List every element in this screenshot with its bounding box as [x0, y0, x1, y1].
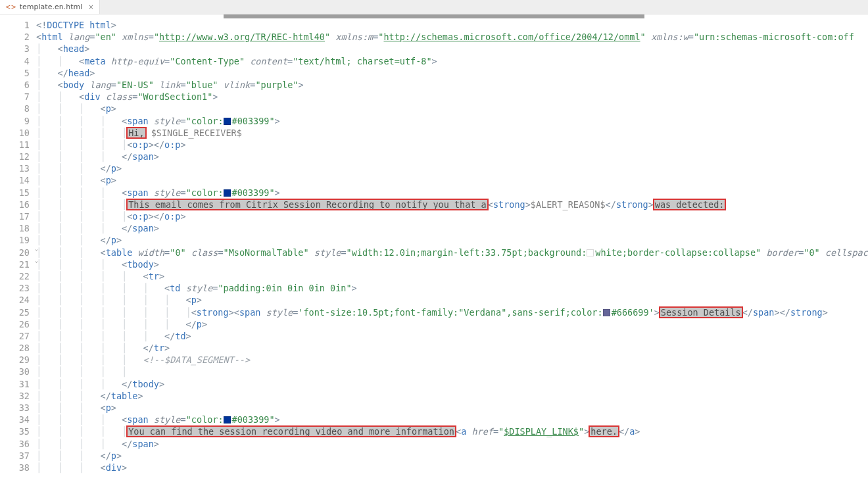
code-line[interactable]: │ │ │ │ <tbody>	[36, 258, 868, 270]
code-line[interactable]: │ │ │ │ │<o:p></o:p>	[36, 139, 868, 151]
html-file-icon: <>	[5, 3, 16, 11]
code-line[interactable]: │ <body lang="EN-US" link="blue" vlink="…	[36, 79, 868, 91]
code-line[interactable]: │ │ │ │ │ │ </td>	[36, 330, 868, 342]
code-line[interactable]: │ │ │ │ │<o:p></o:p>	[36, 210, 868, 222]
code-line[interactable]: │ │ │ │ │ </tr>	[36, 342, 868, 354]
line-number-gutter: 1234567891011121314151617181920212223242…	[0, 14, 36, 484]
code-line[interactable]: │ │ │ │ │ │ │ </p>	[36, 318, 868, 330]
code-line[interactable]: │ │ │ <table width="0" class="MsoNormalT…	[36, 247, 868, 258]
code-editor[interactable]: 1234567891011121314151617181920212223242…	[0, 14, 868, 484]
code-line[interactable]: │ │ │ │ │ │ │ │<strong><span style='font…	[36, 306, 868, 318]
file-tab[interactable]: <> template.en.html ×	[0, 0, 100, 14]
code-line[interactable]: │ │ │ │ <span style="color:#003399">	[36, 414, 868, 425]
highlight-email-intro: This email comes from Citrix Session Rec…	[127, 199, 488, 210]
code-line[interactable]: │ │ │ │ │You can find the session record…	[36, 425, 868, 437]
code-line[interactable]: │ │ │ │ │ <!--$DATA_SEGMENT-->	[36, 354, 868, 366]
code-line[interactable]: │ │ │ </p>	[36, 234, 868, 246]
code-line[interactable]: │ │ │ │ </span>	[36, 438, 868, 450]
code-line[interactable]: │ │ │ </p>	[36, 162, 868, 174]
code-line[interactable]: │ │ <meta http-equiv="Content-Type" cont…	[36, 55, 868, 67]
close-icon[interactable]: ×	[88, 3, 93, 11]
highlight-find-video: You can find the session recording video…	[127, 426, 456, 437]
code-line[interactable]: │ │ │ │ │ <tr>	[36, 270, 868, 282]
code-line[interactable]: │ │ │ <p>	[36, 402, 868, 414]
code-line[interactable]: │ │ │ │ </tbody>	[36, 378, 868, 390]
code-line[interactable]: │ │ │ │ </span>	[36, 222, 868, 234]
code-line[interactable]: │ │ │ │ │Hi, $SINGLE_RECEIVER$	[36, 127, 868, 139]
code-line[interactable]: │ │ <div class="WordSection1">	[36, 91, 868, 103]
code-line[interactable]: │ │ │ │ <span style="color:#003399">	[36, 187, 868, 199]
code-line[interactable]: <!DOCTYPE html>	[36, 19, 868, 31]
code-line[interactable]: │ │ │ │ <span style="color:#003399">	[36, 115, 868, 127]
code-line[interactable]: │ │ │ │ │ │ │ <p>	[36, 294, 868, 306]
highlight-was-detected: was detected:	[654, 199, 726, 210]
tab-filename: template.en.html	[20, 3, 82, 11]
code-line[interactable]: │ │ │ <div>	[36, 462, 868, 473]
code-line[interactable]: │ │ │ │ </span>	[36, 151, 868, 162]
code-line[interactable]: │ │ │ │ │ │ <td style="padding:0in 0in 0…	[36, 282, 868, 294]
highlight-here: here.	[589, 426, 619, 437]
code-line[interactable]: │ </head>	[36, 67, 868, 79]
highlight-hi: Hi,	[127, 128, 145, 138]
code-line[interactable]: │ │ │ <p>	[36, 103, 868, 114]
code-line[interactable]: │ │ │ </table>	[36, 390, 868, 402]
tab-bar: <> template.en.html ×	[0, 0, 868, 14]
code-line[interactable]: │ │ │ │ │	[36, 366, 868, 377]
highlight-session-details: Session Details	[660, 307, 742, 318]
code-area[interactable]: <!DOCTYPE html><html lang="en" xmlns="ht…	[36, 14, 868, 484]
code-line[interactable]: <html lang="en" xmlns="http://www.w3.org…	[36, 31, 868, 43]
code-line[interactable]: │ <head>	[36, 43, 868, 55]
minimap[interactable]	[224, 14, 644, 18]
code-line[interactable]: │ │ │ </p>	[36, 450, 868, 462]
code-line[interactable]: │ │ │ │ │This email comes from Citrix Se…	[36, 199, 868, 210]
code-line[interactable]: │ │ │ <p>	[36, 174, 868, 186]
